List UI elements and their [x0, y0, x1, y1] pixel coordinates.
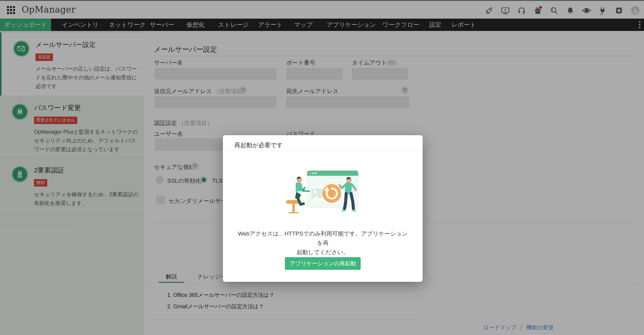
restart-application-button[interactable]: アプリケーションの再起動	[285, 257, 361, 270]
modal-title-divider	[223, 151, 423, 151]
modal-message-line2: 起動してください。	[236, 248, 410, 257]
opmanager-settings-page: OpManager	[0, 0, 644, 335]
restart-required-modal: 再起動が必要です	[223, 135, 423, 282]
modal-message: Webアクセスは、HTTPSでのみ利用可能です。アプリケーションを再 起動してく…	[236, 229, 410, 257]
modal-title: 再起動が必要です	[234, 141, 283, 149]
restart-illustration	[284, 165, 362, 218]
modal-message-line1: Webアクセスは、HTTPSでのみ利用可能です。アプリケーションを再	[236, 229, 410, 248]
